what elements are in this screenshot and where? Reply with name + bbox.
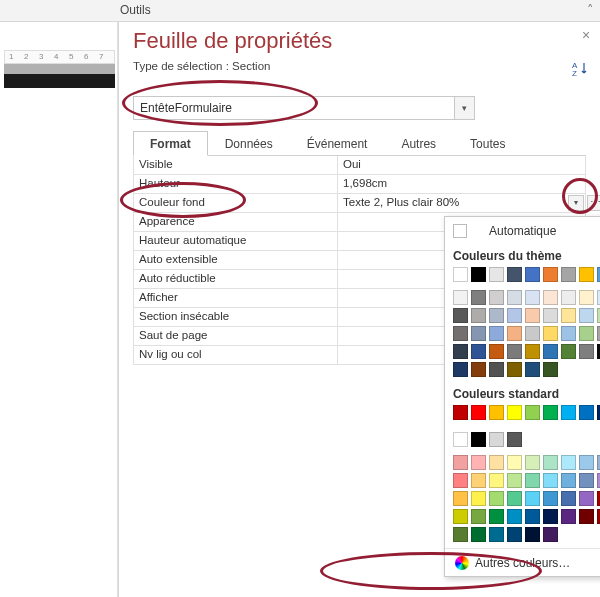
builder-button[interactable]: ⋯ bbox=[587, 195, 600, 211]
color-swatch[interactable] bbox=[453, 344, 468, 359]
color-swatch[interactable] bbox=[489, 473, 504, 488]
color-swatch[interactable] bbox=[561, 473, 576, 488]
color-swatch[interactable] bbox=[507, 509, 522, 524]
color-swatch[interactable] bbox=[543, 267, 558, 282]
color-swatch[interactable] bbox=[579, 344, 594, 359]
tab-événement[interactable]: Événement bbox=[290, 131, 385, 156]
property-value[interactable]: Texte 2, Plus clair 80%▾⋯ bbox=[338, 194, 585, 212]
color-swatch[interactable] bbox=[561, 308, 576, 323]
color-swatch[interactable] bbox=[579, 491, 594, 506]
color-swatch[interactable] bbox=[507, 326, 522, 341]
color-swatch[interactable] bbox=[543, 326, 558, 341]
color-swatch[interactable] bbox=[489, 527, 504, 542]
color-swatch[interactable] bbox=[471, 491, 486, 506]
color-swatch[interactable] bbox=[561, 267, 576, 282]
color-swatch[interactable] bbox=[525, 491, 540, 506]
color-swatch[interactable] bbox=[525, 290, 540, 305]
color-swatch[interactable] bbox=[471, 473, 486, 488]
color-swatch[interactable] bbox=[507, 405, 522, 420]
property-row[interactable]: VisibleOui bbox=[133, 156, 585, 175]
color-swatch[interactable] bbox=[507, 473, 522, 488]
color-swatch[interactable] bbox=[453, 326, 468, 341]
tab-autres[interactable]: Autres bbox=[384, 131, 453, 156]
color-swatch[interactable] bbox=[471, 455, 486, 470]
color-swatch[interactable] bbox=[471, 267, 486, 282]
color-swatch[interactable] bbox=[453, 290, 468, 305]
color-swatch[interactable] bbox=[489, 308, 504, 323]
color-swatch[interactable] bbox=[489, 491, 504, 506]
color-swatch[interactable] bbox=[579, 509, 594, 524]
color-swatch[interactable] bbox=[453, 455, 468, 470]
object-selector[interactable]: EntêteFormulaire ▾ bbox=[133, 96, 475, 120]
color-swatch[interactable] bbox=[543, 344, 558, 359]
color-swatch[interactable] bbox=[525, 509, 540, 524]
color-swatch[interactable] bbox=[543, 491, 558, 506]
color-swatch[interactable] bbox=[579, 308, 594, 323]
ribbon-tab-tools[interactable]: Outils bbox=[120, 3, 151, 17]
tab-toutes[interactable]: Toutes bbox=[453, 131, 522, 156]
color-swatch[interactable] bbox=[525, 267, 540, 282]
color-swatch[interactable] bbox=[507, 362, 522, 377]
color-swatch[interactable] bbox=[561, 491, 576, 506]
color-swatch[interactable] bbox=[453, 509, 468, 524]
property-value[interactable]: 1,698cm bbox=[338, 175, 585, 193]
color-swatch[interactable] bbox=[543, 405, 558, 420]
color-swatch[interactable] bbox=[561, 509, 576, 524]
color-swatch[interactable] bbox=[525, 455, 540, 470]
color-swatch[interactable] bbox=[471, 308, 486, 323]
color-swatch[interactable] bbox=[507, 432, 522, 447]
color-swatch[interactable] bbox=[543, 455, 558, 470]
sort-az-icon[interactable]: AZ bbox=[572, 60, 590, 78]
color-swatch[interactable] bbox=[543, 473, 558, 488]
color-swatch[interactable] bbox=[507, 308, 522, 323]
color-swatch[interactable] bbox=[453, 267, 468, 282]
color-swatch[interactable] bbox=[561, 405, 576, 420]
color-swatch[interactable] bbox=[543, 362, 558, 377]
color-swatch[interactable] bbox=[543, 527, 558, 542]
color-swatch[interactable] bbox=[471, 432, 486, 447]
color-swatch[interactable] bbox=[489, 290, 504, 305]
color-swatch[interactable] bbox=[507, 491, 522, 506]
property-value[interactable]: Oui bbox=[338, 156, 585, 174]
color-swatch[interactable] bbox=[471, 344, 486, 359]
color-swatch[interactable] bbox=[471, 290, 486, 305]
tab-format[interactable]: Format bbox=[133, 131, 208, 156]
color-swatch[interactable] bbox=[489, 509, 504, 524]
color-swatch[interactable] bbox=[543, 290, 558, 305]
color-swatch[interactable] bbox=[507, 344, 522, 359]
property-row[interactable]: Hauteur1,698cm bbox=[133, 175, 585, 194]
color-swatch[interactable] bbox=[579, 290, 594, 305]
color-swatch[interactable] bbox=[489, 267, 504, 282]
color-swatch[interactable] bbox=[525, 344, 540, 359]
color-swatch[interactable] bbox=[525, 326, 540, 341]
color-swatch[interactable] bbox=[525, 405, 540, 420]
color-swatch[interactable] bbox=[471, 362, 486, 377]
color-swatch[interactable] bbox=[561, 344, 576, 359]
color-swatch[interactable] bbox=[489, 362, 504, 377]
color-swatch[interactable] bbox=[453, 405, 468, 420]
color-swatch[interactable] bbox=[489, 344, 504, 359]
color-swatch[interactable] bbox=[489, 432, 504, 447]
color-swatch[interactable] bbox=[579, 473, 594, 488]
color-swatch[interactable] bbox=[579, 405, 594, 420]
color-swatch[interactable] bbox=[489, 455, 504, 470]
color-swatch[interactable] bbox=[579, 326, 594, 341]
color-swatch[interactable] bbox=[525, 473, 540, 488]
chevron-down-icon[interactable]: ▾ bbox=[568, 195, 584, 211]
color-swatch[interactable] bbox=[471, 527, 486, 542]
color-swatch[interactable] bbox=[579, 267, 594, 282]
color-swatch[interactable] bbox=[561, 455, 576, 470]
color-swatch[interactable] bbox=[525, 362, 540, 377]
color-swatch[interactable] bbox=[543, 308, 558, 323]
color-swatch[interactable] bbox=[471, 405, 486, 420]
tab-données[interactable]: Données bbox=[208, 131, 290, 156]
color-swatch[interactable] bbox=[453, 362, 468, 377]
color-swatch[interactable] bbox=[453, 527, 468, 542]
color-swatch[interactable] bbox=[507, 267, 522, 282]
color-swatch[interactable] bbox=[471, 509, 486, 524]
color-swatch[interactable] bbox=[471, 326, 486, 341]
color-swatch[interactable] bbox=[453, 432, 468, 447]
color-swatch[interactable] bbox=[507, 290, 522, 305]
color-swatch[interactable] bbox=[543, 509, 558, 524]
color-automatic[interactable]: Automatique bbox=[445, 217, 600, 245]
